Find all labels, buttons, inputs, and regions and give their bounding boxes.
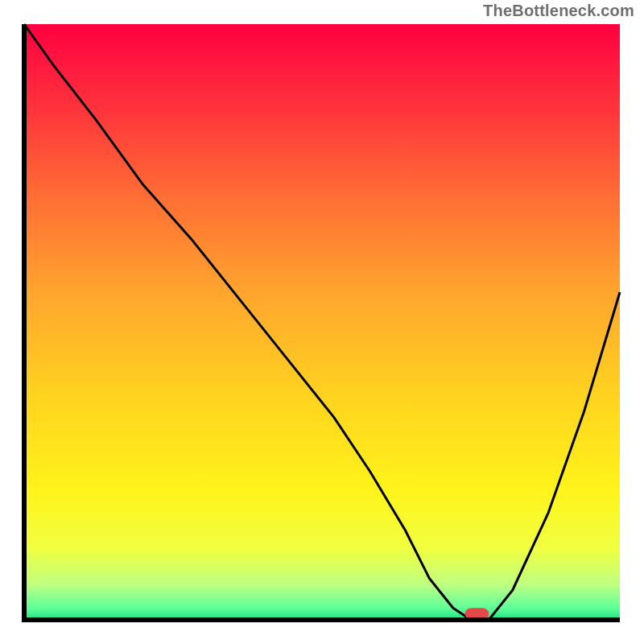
watermark-text: TheBottleneck.com	[483, 2, 634, 20]
bottleneck-chart	[0, 0, 644, 644]
gradient-background	[24, 24, 620, 620]
chart-container: TheBottleneck.com	[0, 0, 644, 644]
